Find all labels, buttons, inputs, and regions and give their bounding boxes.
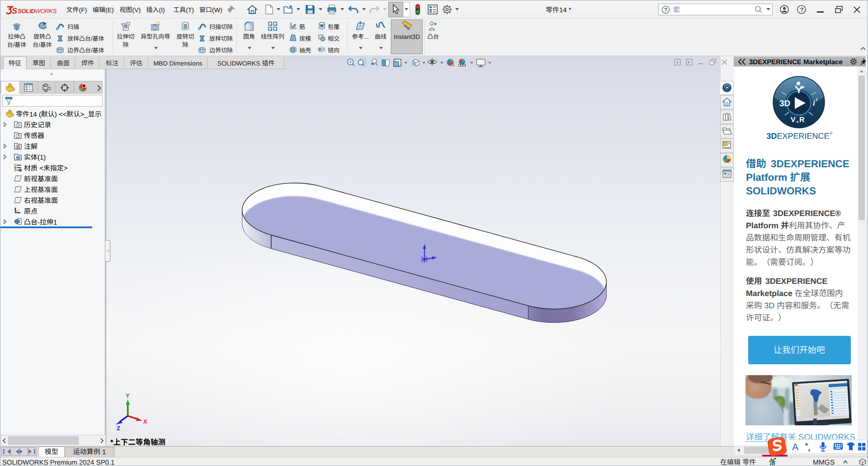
svg-text:A: A xyxy=(792,442,798,452)
svg-text:,: , xyxy=(808,443,811,453)
